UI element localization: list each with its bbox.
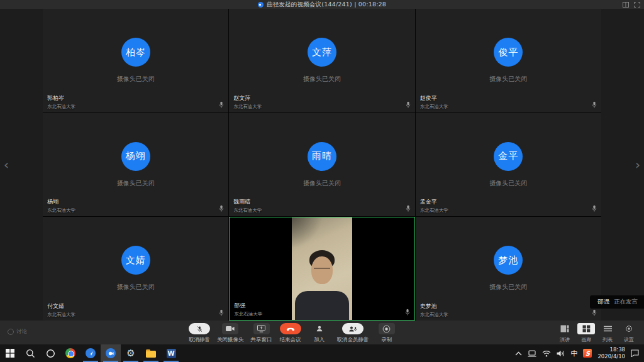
participant-name: 杨翊 bbox=[47, 198, 75, 206]
title-bar: 曲径发起的视频会议(144/241) | 00:18:28 bbox=[0, 0, 644, 9]
search-icon bbox=[26, 349, 35, 358]
taskbar-chrome[interactable] bbox=[60, 344, 80, 362]
chat-label: 讨论 bbox=[16, 328, 27, 336]
ime-indicator[interactable]: 中 bbox=[570, 349, 577, 358]
share-window-button[interactable]: 共享窗口 bbox=[250, 323, 273, 344]
taskbar-file-explorer[interactable] bbox=[141, 344, 161, 362]
invite-label: 加入 bbox=[314, 336, 325, 344]
fullscreen-icon[interactable] bbox=[634, 2, 640, 8]
participant-name: 史梦池 bbox=[420, 302, 448, 310]
person-body bbox=[295, 291, 349, 320]
participant-tile[interactable]: 俊平 摄像头已关闭 赵俊平 东北石油大学 bbox=[416, 9, 601, 112]
camera-off-label: 摄像头已关闭 bbox=[117, 179, 155, 188]
search-button[interactable] bbox=[20, 344, 40, 362]
participant-tile[interactable]: 文婧 摄像头已关闭 付文婧 东北石油大学 bbox=[43, 217, 228, 321]
participant-tile[interactable]: 金平 摄像头已关闭 孟金平 东北石油大学 bbox=[416, 113, 601, 217]
invite-button[interactable]: 加入 bbox=[308, 323, 331, 344]
mic-icon bbox=[592, 309, 597, 316]
layout-switch-icon[interactable] bbox=[623, 2, 629, 8]
speaking-label: 正在发言 bbox=[614, 298, 638, 306]
taskbar-clock[interactable]: 18:38 2020/4/10 bbox=[597, 346, 625, 359]
participant-meta: 赵俊平 东北石油大学 bbox=[420, 94, 448, 110]
avatar: 俊平 bbox=[494, 38, 523, 67]
tray-expand-icon[interactable] bbox=[515, 351, 522, 356]
mic-icon bbox=[406, 101, 411, 108]
sogou-input-icon[interactable]: S bbox=[583, 349, 592, 358]
meeting-app-window: 曲径发起的视频会议(144/241) | 00:18:28 柏岑 摄像头已关闭 … bbox=[0, 0, 644, 362]
settings-gear-icon: ⚙ bbox=[126, 349, 135, 358]
mic-icon bbox=[405, 309, 410, 315]
share-screen-icon bbox=[257, 325, 265, 332]
camera-off-label: 关闭摄像头 bbox=[217, 336, 244, 344]
camera-off-label: 摄像头已关闭 bbox=[303, 75, 341, 84]
participant-meta: 史梦池 东北石油大学 bbox=[420, 302, 448, 318]
gallery-view-icon bbox=[582, 325, 591, 332]
participant-name: 邵强 bbox=[234, 302, 262, 310]
end-call-icon bbox=[286, 327, 295, 331]
meeting-camera-icon bbox=[258, 2, 264, 8]
list-view-button[interactable]: 列表 bbox=[599, 323, 616, 343]
view-switcher: 演讲 画廊 列表 设置 bbox=[556, 323, 638, 343]
start-button[interactable] bbox=[0, 344, 20, 362]
camera-icon bbox=[226, 326, 235, 332]
record-button[interactable]: 录制 bbox=[375, 323, 398, 344]
participant-tile[interactable]: 雨晴 摄像头已关闭 魏雨晴 东北石油大学 bbox=[229, 113, 414, 217]
participant-tile[interactable]: 梦池 摄像头已关闭 史梦池 东北石油大学 bbox=[416, 217, 601, 321]
meeting-app-icon bbox=[106, 348, 116, 358]
avatar: 文婧 bbox=[121, 246, 150, 275]
taskbar-app-blue[interactable] bbox=[80, 344, 101, 362]
list-view-label: 列表 bbox=[602, 336, 613, 343]
action-center-icon[interactable] bbox=[631, 349, 639, 357]
clock-date: 2020/4/10 bbox=[597, 353, 625, 360]
end-meeting-button[interactable]: 结束会议 bbox=[279, 323, 302, 344]
avatar: 杨翊 bbox=[121, 142, 150, 171]
camera-off-label: 摄像头已关闭 bbox=[489, 179, 527, 188]
taskbar-settings[interactable]: ⚙ bbox=[121, 344, 141, 362]
participant-name: 赵俊平 bbox=[420, 94, 448, 102]
camera-off-label: 摄像头已关闭 bbox=[489, 75, 527, 84]
speaker-view-label: 演讲 bbox=[560, 336, 570, 343]
mic-icon bbox=[219, 101, 224, 108]
chrome-icon bbox=[65, 348, 75, 358]
participant-tile[interactable]: 杨翊 摄像头已关闭 杨翊 东北石油大学 bbox=[43, 113, 228, 217]
avatar: 金平 bbox=[494, 142, 523, 171]
participant-tile[interactable]: 柏岑 摄像头已关闭 郭柏岑 东北石油大学 bbox=[43, 9, 228, 112]
volume-icon[interactable] bbox=[557, 350, 565, 357]
meeting-title: 曲径发起的视频会议(144/241) | 00:18:28 bbox=[267, 1, 386, 9]
invite-person-icon bbox=[316, 325, 323, 332]
participant-tile-speaking[interactable]: 邵强 东北石油大学 bbox=[229, 217, 414, 321]
next-page-chevron[interactable]: › bbox=[635, 158, 640, 171]
gallery-view-button[interactable]: 画廊 bbox=[577, 323, 595, 343]
camera-off-button[interactable]: 关闭摄像头 bbox=[217, 323, 244, 344]
speaker-view-button[interactable]: 演讲 bbox=[556, 323, 574, 343]
participant-meta: 邵强 东北石油大学 bbox=[234, 302, 262, 317]
wifi-icon[interactable] bbox=[542, 350, 551, 357]
prev-page-chevron[interactable]: ‹ bbox=[4, 158, 9, 171]
avatar-initials: 柏岑 bbox=[126, 47, 146, 58]
taskbar-meeting-app[interactable] bbox=[101, 344, 121, 362]
settings-label: 设置 bbox=[624, 336, 634, 343]
participant-tile[interactable]: 文萍 摄像头已关闭 赵文萍 东北石油大学 bbox=[229, 9, 414, 112]
unmute-button[interactable]: 取消静音 bbox=[188, 323, 211, 344]
participant-name: 魏雨晴 bbox=[233, 198, 262, 206]
taskbar-word[interactable]: W bbox=[161, 344, 181, 362]
chat-toggle[interactable]: 讨论 bbox=[8, 328, 27, 336]
cortana-button[interactable] bbox=[40, 344, 60, 362]
record-label: 录制 bbox=[381, 336, 392, 344]
mic-icon bbox=[219, 205, 224, 212]
camera-off-label: 摄像头已关闭 bbox=[117, 75, 155, 84]
settings-gear-icon bbox=[625, 325, 633, 332]
mic-icon bbox=[592, 101, 597, 108]
participant-org: 东北石油大学 bbox=[233, 104, 262, 110]
participant-name: 郭柏岑 bbox=[47, 94, 75, 102]
list-view-icon bbox=[604, 326, 612, 332]
participant-meta: 付文婧 东北石油大学 bbox=[47, 302, 75, 318]
avatar: 雨晴 bbox=[308, 142, 336, 171]
device-icon[interactable] bbox=[528, 350, 536, 357]
settings-button[interactable]: 设置 bbox=[620, 323, 638, 343]
participant-meta: 孟金平 东北石油大学 bbox=[420, 198, 448, 214]
participant-meta: 赵文萍 东北石油大学 bbox=[233, 94, 262, 110]
avatar: 梦池 bbox=[494, 246, 523, 275]
toolbar-buttons: 取消静音 关闭摄像头 共享窗口 结束会议 bbox=[188, 323, 398, 344]
unmute-all-button[interactable]: 取消全员静音 bbox=[337, 323, 369, 344]
